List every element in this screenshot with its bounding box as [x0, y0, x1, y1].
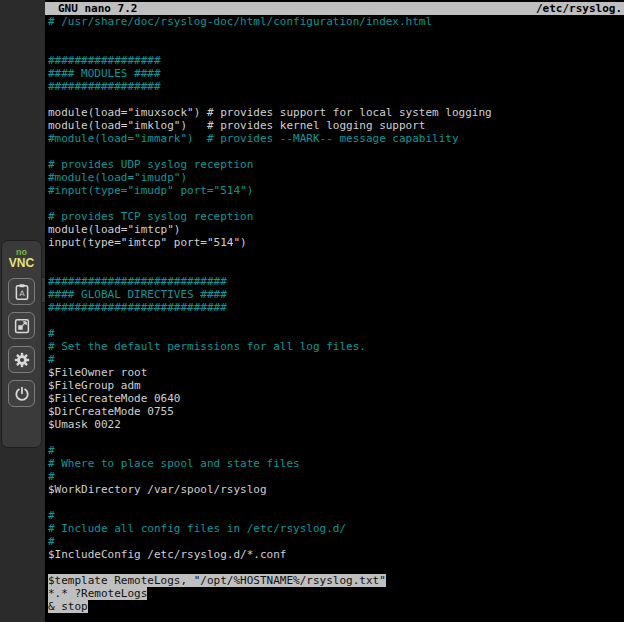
- editor-line: $FileOwner root: [48, 366, 624, 379]
- editor-line: #################: [48, 54, 624, 67]
- svg-text:A: A: [19, 288, 25, 297]
- editor-line: # provides UDP syslog reception: [48, 158, 624, 171]
- clipboard-icon: A: [13, 283, 31, 301]
- editor-line: #input(type="imudp" port="514"): [48, 184, 624, 197]
- clipboard-button[interactable]: A: [8, 278, 35, 305]
- nano-titlebar: GNU nano 7.2 /etc/rsyslog.: [45, 2, 624, 15]
- editor-line: [48, 314, 624, 327]
- editor-line: # /usr/share/doc/rsyslog-doc/html/config…: [48, 15, 624, 28]
- editor-line: #: [48, 327, 624, 340]
- editor-line: #module(load="imudp"): [48, 171, 624, 184]
- editor-line: module(load="imuxsock") # provides suppo…: [48, 106, 624, 119]
- editor-line: [48, 262, 624, 275]
- editor-line: ###########################: [48, 275, 624, 288]
- editor-line: [48, 145, 624, 158]
- editor-line: # provides TCP syslog reception: [48, 210, 624, 223]
- editor-line: #: [48, 470, 624, 483]
- editor-line: $WorkDirectory /var/spool/rsyslog: [48, 483, 624, 496]
- editor-line: module(load="imklog") # provides kernel …: [48, 119, 624, 132]
- editor-line: [48, 496, 624, 509]
- editor-line: module(load="imtcp"): [48, 223, 624, 236]
- editor-line: $DirCreateMode 0755: [48, 405, 624, 418]
- editor-line: $IncludeConfig /etc/rsyslog.d/*.conf: [48, 548, 624, 561]
- editor-line: & stop: [48, 600, 624, 613]
- gear-icon: [13, 351, 31, 369]
- editor-line: #module(load="immark") # provides --MARK…: [48, 132, 624, 145]
- vnc-screen: no VNC A: [0, 0, 624, 622]
- nano-version: GNU nano 7.2: [58, 2, 137, 15]
- editor-line: [48, 197, 624, 210]
- editor-line: [48, 28, 624, 41]
- editor-line: [48, 93, 624, 106]
- editor-line: $FileGroup adm: [48, 379, 624, 392]
- editor-line: [48, 561, 624, 574]
- editor-line: # Set the default permissions for all lo…: [48, 340, 624, 353]
- editor-line: #: [48, 444, 624, 457]
- editor-line: input(type="imtcp" port="514"): [48, 236, 624, 249]
- novnc-control-bar: no VNC A: [1, 240, 42, 448]
- editor-line: $FileCreateMode 0640: [48, 392, 624, 405]
- editor-line: #: [48, 509, 624, 522]
- editor-line: #: [48, 353, 624, 366]
- novnc-logo: no VNC: [9, 248, 34, 269]
- fullscreen-icon: [13, 317, 31, 335]
- editor-line: *.* ?RemoteLogs: [48, 587, 624, 600]
- editor-line: ###########################: [48, 301, 624, 314]
- editor-line: # Where to place spool and state files: [48, 457, 624, 470]
- novnc-logo-vnc: VNC: [9, 257, 34, 269]
- editor-line: $Umask 0022: [48, 418, 624, 431]
- editor-line: $template RemoteLogs, "/opt/%HOSTNAME%/r…: [48, 574, 624, 587]
- editor-lines: # /usr/share/doc/rsyslog-doc/html/config…: [48, 15, 624, 613]
- editor-line: #### GLOBAL DIRECTIVES ####: [48, 288, 624, 301]
- editor-line: #### MODULES ####: [48, 67, 624, 80]
- power-icon: [13, 385, 31, 403]
- nano-filename: /etc/rsyslog.: [536, 2, 622, 15]
- editor-line: [48, 41, 624, 54]
- editor-line: #: [48, 535, 624, 548]
- editor-line: [48, 249, 624, 262]
- terminal[interactable]: GNU nano 7.2 /etc/rsyslog. # /usr/share/…: [45, 0, 624, 622]
- editor-line: # Include all config files in /etc/rsysl…: [48, 522, 624, 535]
- editor-line: #################: [48, 80, 624, 93]
- fullscreen-button[interactable]: [8, 312, 35, 339]
- power-button[interactable]: [8, 380, 35, 407]
- editor-line: [48, 431, 624, 444]
- settings-button[interactable]: [8, 346, 35, 373]
